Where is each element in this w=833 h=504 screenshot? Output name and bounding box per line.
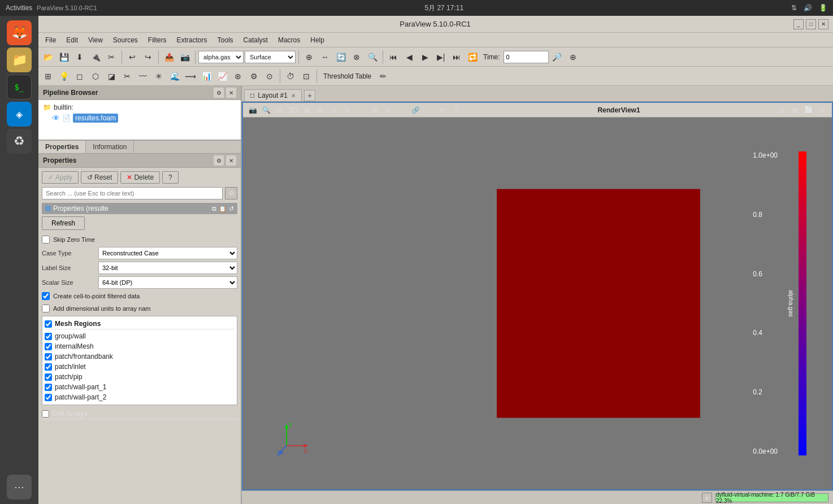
open-button[interactable]: 📂 xyxy=(41,50,55,64)
interact-button[interactable]: ↔ xyxy=(318,50,332,64)
connect-button[interactable]: 🔌 xyxy=(88,50,103,64)
rv-split-h-button[interactable]: ⊟ xyxy=(775,104,788,116)
file-label[interactable]: resultes.foam xyxy=(73,114,118,123)
rv-more-button[interactable]: ⋯ xyxy=(355,104,367,116)
menu-help[interactable]: Help xyxy=(306,35,329,45)
layout-tab-1[interactable]: □ Layout #1 ✕ xyxy=(244,89,302,101)
slice-button[interactable]: ◪ xyxy=(104,69,119,84)
sidebar-icon-terminal[interactable]: $_ xyxy=(7,75,32,99)
scalar-bar-button[interactable]: ⊡ xyxy=(299,69,314,84)
rv-close-button[interactable]: ✕ xyxy=(816,104,828,116)
python-button[interactable]: ⊞ xyxy=(41,69,55,84)
save-button[interactable]: 💾 xyxy=(57,50,71,64)
sidebar-icon-vscode[interactable]: ◈ xyxy=(7,102,32,127)
layout-tab-close[interactable]: ✕ xyxy=(291,93,296,99)
export-button[interactable]: ⊛ xyxy=(231,69,245,84)
sphere-button[interactable]: ⬡ xyxy=(88,69,103,84)
region-checkbox-4[interactable] xyxy=(45,373,52,381)
play-end-button[interactable]: ⏭ xyxy=(449,50,464,64)
annotate-button[interactable]: ⊙ xyxy=(262,69,277,84)
label-size-select[interactable]: 32-bit xyxy=(98,262,237,274)
cell-arrays-checkbox[interactable] xyxy=(42,410,49,418)
paste-icon[interactable]: 📋 xyxy=(219,205,227,212)
help-button[interactable]: ? xyxy=(162,171,179,184)
mesh-regions-all-checkbox[interactable] xyxy=(45,320,52,328)
status-minimize-button[interactable]: ▲ xyxy=(702,493,712,503)
skip-zero-checkbox[interactable] xyxy=(42,236,50,244)
rv-pick-button[interactable]: ⊙ xyxy=(274,104,286,116)
scalar-size-select[interactable]: 64-bit (DP) xyxy=(98,276,237,289)
menu-sources[interactable]: Sources xyxy=(109,35,142,45)
activities-label[interactable]: Activities xyxy=(6,4,32,12)
time-input[interactable] xyxy=(504,51,549,63)
rv-plus-button[interactable]: + xyxy=(382,104,394,116)
rv-deselect-button[interactable]: ⊖ xyxy=(328,104,340,116)
region-checkbox-2[interactable] xyxy=(45,353,52,360)
stream-button[interactable]: 🌊 xyxy=(167,69,182,84)
menu-extractors[interactable]: Extractors xyxy=(172,35,212,45)
refresh-button[interactable]: Refresh xyxy=(42,216,85,230)
rv-rot-button[interactable]: ↻ xyxy=(341,104,354,116)
refresh-section-icon[interactable]: ↺ xyxy=(229,205,234,212)
region-checkbox-6[interactable] xyxy=(45,394,52,401)
tab-information[interactable]: Information xyxy=(86,141,134,153)
menu-filters[interactable]: Filters xyxy=(144,35,171,45)
select-all-button[interactable]: ⊕ xyxy=(302,50,316,64)
source-select[interactable]: alpha.gas xyxy=(198,51,244,63)
cell-to-point-checkbox[interactable] xyxy=(42,292,50,300)
edit-color-button[interactable]: ✏ xyxy=(376,69,391,84)
menu-file[interactable]: File xyxy=(41,35,60,45)
display-mode-select[interactable]: Surface xyxy=(245,51,296,63)
rv-minus-button[interactable]: - xyxy=(396,104,408,116)
menu-catalyst[interactable]: Catalyst xyxy=(239,35,272,45)
menu-macros[interactable]: Macros xyxy=(274,35,305,45)
save-data-button[interactable]: ⬇ xyxy=(72,50,87,64)
redo-button[interactable]: ↪ xyxy=(141,50,155,64)
copy-icon[interactable]: ⧉ xyxy=(212,205,216,212)
eye-icon[interactable]: 👁 xyxy=(52,114,60,123)
props-settings-icon[interactable]: ⚙ xyxy=(214,155,224,166)
rv-pen-button[interactable]: ✏ xyxy=(436,104,449,116)
region-checkbox-1[interactable] xyxy=(45,343,52,350)
rv-select-button[interactable]: ⊕ xyxy=(314,104,327,116)
tab-properties[interactable]: Properties xyxy=(38,141,86,153)
region-checkbox-5[interactable] xyxy=(45,384,52,391)
menu-tools[interactable]: Tools xyxy=(213,35,238,45)
sidebar-icon-firefox[interactable]: 🦊 xyxy=(7,20,32,45)
add-layout-button[interactable]: + xyxy=(304,90,315,101)
zoom-to-data-button[interactable]: 🔎 xyxy=(550,50,565,64)
delete-button[interactable]: ✕ Delete xyxy=(120,171,160,184)
sidebar-icon-recycle[interactable]: ♻ xyxy=(7,129,32,154)
contour-button[interactable]: 〰 xyxy=(136,69,150,84)
pipeline-close-button[interactable]: ✕ xyxy=(226,88,236,98)
rv-camera-button[interactable]: 📷 xyxy=(246,104,259,116)
minimize-button[interactable]: _ xyxy=(793,19,804,29)
menu-view[interactable]: View xyxy=(84,35,107,45)
chart-button[interactable]: 📊 xyxy=(199,69,214,84)
clip-button[interactable]: ✂ xyxy=(120,69,135,84)
undo-button[interactable]: ↩ xyxy=(125,50,140,64)
pick-button[interactable]: ⊗ xyxy=(349,50,364,64)
sidebar-icon-files[interactable]: 📁 xyxy=(7,47,32,72)
maximize-button[interactable]: □ xyxy=(806,19,816,29)
rv-zoom-fit-button[interactable]: ⊞ xyxy=(301,104,313,116)
play-prev-button[interactable]: ◀ xyxy=(402,50,416,64)
props-close-icon[interactable]: ✕ xyxy=(226,155,236,166)
rv-3d-button[interactable]: 3D xyxy=(287,104,300,116)
search-settings-button[interactable]: ⚙ xyxy=(225,187,237,199)
close-button[interactable]: ✕ xyxy=(818,19,828,29)
rv-settings-button[interactable]: ⚙ xyxy=(368,104,381,116)
search-input[interactable] xyxy=(42,187,223,199)
play-next-button[interactable]: ▶| xyxy=(433,50,448,64)
rv-link-button[interactable]: 🔗 xyxy=(409,104,422,116)
menu-edit[interactable]: Edit xyxy=(62,35,83,45)
pipeline-item-file[interactable]: 👁 📄 resultes.foam xyxy=(43,112,236,124)
rv-zoom-button[interactable]: 🔍 xyxy=(260,104,272,116)
rv-query-button[interactable]: ? xyxy=(450,104,462,116)
memory-button[interactable]: 💡 xyxy=(57,69,71,84)
settings-button[interactable]: ⚙ xyxy=(246,69,261,84)
region-checkbox-3[interactable] xyxy=(45,363,52,371)
sidebar-icon-apps[interactable]: ⋯ xyxy=(7,475,32,499)
box-select-button[interactable]: ◻ xyxy=(72,69,87,84)
case-type-select[interactable]: Reconstructed Case xyxy=(98,247,237,259)
